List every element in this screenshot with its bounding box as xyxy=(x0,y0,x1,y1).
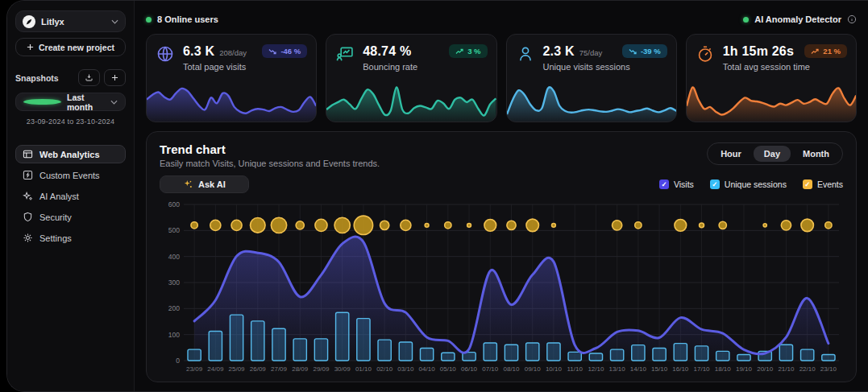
svg-text:24/09: 24/09 xyxy=(207,365,224,373)
timer-icon xyxy=(696,44,716,64)
sidebar-item-security[interactable]: Security xyxy=(15,208,126,226)
chart-legend: ✓ Visits ✓ Unique sessions ✓ Events xyxy=(659,179,843,189)
svg-text:300: 300 xyxy=(168,279,180,287)
tab-day[interactable]: Day xyxy=(754,146,791,162)
svg-text:12/10: 12/10 xyxy=(588,365,604,373)
svg-text:03/10: 03/10 xyxy=(397,365,414,373)
sidebar-nav: Web Analytics Custom Events AI Analyst S… xyxy=(15,145,126,247)
svg-text:17/10: 17/10 xyxy=(694,365,711,373)
svg-text:13/10: 13/10 xyxy=(609,365,626,373)
snapshot-range-select[interactable]: Last month xyxy=(15,93,126,111)
trend-badge: -46 % xyxy=(262,44,307,58)
checkbox-icon: ✓ xyxy=(710,179,720,189)
card-label: Total avg session time xyxy=(723,62,810,72)
snapshot-selected: Last month xyxy=(67,93,105,112)
legend-label: Unique sessions xyxy=(725,179,787,189)
svg-text:20/10: 20/10 xyxy=(757,365,774,373)
nav-label: Settings xyxy=(39,233,72,243)
ask-ai-button[interactable]: Ask AI xyxy=(160,175,249,193)
svg-text:14/10: 14/10 xyxy=(630,365,647,373)
project-selector[interactable]: Litlyx xyxy=(15,10,126,32)
litlyx-logo-icon xyxy=(23,15,35,28)
legend-label: Visits xyxy=(674,179,694,189)
user-icon xyxy=(517,44,536,64)
globe-icon xyxy=(156,44,176,64)
card-bouncing-rate: 48.74 % Bouncing rate 3 % xyxy=(326,34,496,122)
nav-label: Security xyxy=(39,213,72,222)
add-snapshot-button[interactable] xyxy=(104,69,126,86)
svg-text:16/10: 16/10 xyxy=(672,365,689,373)
trend-chart-canvas: 010020030040050060023/0924/0925/0926/092… xyxy=(160,198,843,377)
svg-text:18/10: 18/10 xyxy=(715,365,732,373)
svg-text:02/10: 02/10 xyxy=(376,365,393,373)
online-users-label: 8 Online users xyxy=(157,14,218,24)
legend-unique-sessions[interactable]: ✓ Unique sessions xyxy=(710,179,787,189)
snapshot-date-range: 23-09-2024 to 23-10-2024 xyxy=(15,118,126,126)
bounce-rate-icon xyxy=(336,44,355,64)
chevron-down-icon xyxy=(111,19,118,24)
card-label: Bouncing rate xyxy=(363,62,417,72)
shield-icon xyxy=(23,212,33,222)
svg-text:10/10: 10/10 xyxy=(546,365,563,373)
svg-text:500: 500 xyxy=(168,226,180,234)
card-rate: 75/day xyxy=(579,48,603,57)
card-label: Total page visits xyxy=(183,62,247,72)
sidebar: Litlyx Create new project Snapshots Last… xyxy=(7,1,135,391)
trend-up-icon xyxy=(811,48,819,55)
svg-text:19/10: 19/10 xyxy=(736,365,753,373)
project-name: Litlyx xyxy=(41,17,106,27)
plus-icon xyxy=(27,43,34,51)
card-value: 1h 15m 26s xyxy=(723,44,794,59)
card-value: 48.74 % xyxy=(363,44,411,59)
tab-hour[interactable]: Hour xyxy=(710,146,752,162)
tab-month[interactable]: Month xyxy=(792,146,840,162)
sparkle-icon xyxy=(183,179,193,189)
svg-text:21/10: 21/10 xyxy=(778,365,795,373)
svg-text:27/09: 27/09 xyxy=(271,365,288,373)
card-avg-session-time: 1h 15m 26s Total avg session time 21 % xyxy=(686,34,857,122)
svg-text:100: 100 xyxy=(168,331,180,339)
create-project-label: Create new project xyxy=(39,43,114,52)
sparkline-bouncing-rate xyxy=(326,80,496,122)
card-total-page-visits: 6.3 K 208/day Total page visits -46 % xyxy=(146,34,317,122)
create-project-button[interactable]: Create new project xyxy=(15,38,126,56)
svg-text:23/10: 23/10 xyxy=(820,365,837,373)
svg-text:400: 400 xyxy=(168,253,180,261)
card-label: Unique visits sessions xyxy=(543,62,630,72)
sidebar-item-custom-events[interactable]: Custom Events xyxy=(15,166,126,184)
granularity-toggle: Hour Day Month xyxy=(707,142,843,165)
download-snapshot-button[interactable] xyxy=(78,69,100,86)
svg-text:600: 600 xyxy=(168,200,180,208)
sparkline-unique-sessions xyxy=(507,80,676,122)
web-analytics-icon xyxy=(23,149,33,159)
trend-down-icon xyxy=(268,48,276,55)
trend-badge: -39 % xyxy=(622,44,667,58)
snapshot-status-dot xyxy=(23,99,61,105)
svg-text:25/09: 25/09 xyxy=(229,365,246,373)
card-value: 2.3 K xyxy=(543,44,575,59)
legend-events[interactable]: ✓ Events xyxy=(803,179,843,189)
sparkline-total-page-visits xyxy=(147,80,316,122)
gear-icon xyxy=(23,233,33,243)
svg-text:15/10: 15/10 xyxy=(651,365,668,373)
custom-events-icon xyxy=(23,170,33,180)
svg-text:09/10: 09/10 xyxy=(525,365,542,373)
sidebar-item-settings[interactable]: Settings xyxy=(15,229,126,247)
card-value: 6.3 K xyxy=(183,44,214,59)
info-icon[interactable] xyxy=(847,14,857,24)
svg-text:05/10: 05/10 xyxy=(440,365,457,373)
trend-down-icon xyxy=(629,48,637,55)
trend-chart-panel: Trend chart Easily match Visits, Unique … xyxy=(146,131,857,382)
online-status-dot xyxy=(146,17,152,23)
svg-text:06/10: 06/10 xyxy=(461,365,478,373)
ai-analyst-icon xyxy=(23,191,33,201)
legend-visits[interactable]: ✓ Visits xyxy=(659,179,694,189)
sidebar-item-web-analytics[interactable]: Web Analytics xyxy=(15,145,126,163)
main-content: 8 Online users AI Anomaly Detector xyxy=(135,1,868,391)
trend-badge: 3 % xyxy=(449,44,487,58)
sidebar-item-ai-analyst[interactable]: AI Analyst xyxy=(15,187,126,205)
svg-text:23/09: 23/09 xyxy=(186,365,203,373)
svg-text:26/09: 26/09 xyxy=(250,365,267,373)
svg-text:08/10: 08/10 xyxy=(503,365,520,373)
chevron-down-icon xyxy=(110,100,118,105)
